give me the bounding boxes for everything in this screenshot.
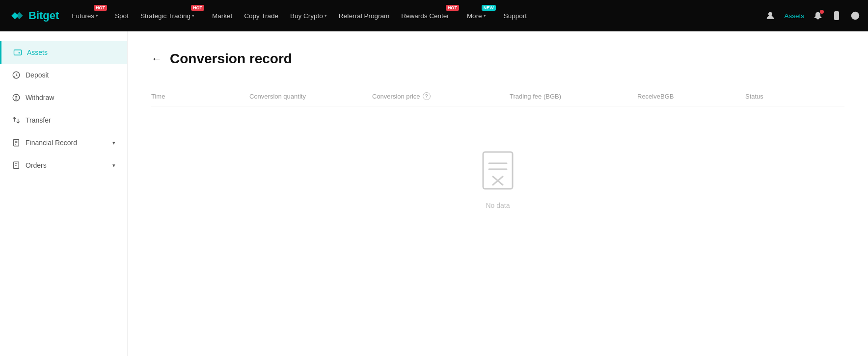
nav-market[interactable]: Market [207, 0, 237, 31]
svg-rect-5 [14, 50, 22, 55]
assets-link[interactable]: Assets [784, 12, 804, 20]
orders-chevron: ▾ [112, 162, 115, 169]
sidebar-item-deposit[interactable]: Deposit [0, 64, 127, 86]
svg-point-2 [836, 18, 837, 19]
nav-referral-program[interactable]: Referral Program [334, 0, 395, 31]
notification-dot [820, 10, 824, 14]
strategic-chevron: ▾ [192, 13, 194, 18]
sidebar-item-orders[interactable]: Orders ▾ [0, 154, 127, 177]
hot-badge-futures: HOT [94, 5, 107, 11]
deposit-icon [12, 71, 21, 79]
col-trading-fee: Trading fee (BGB) [510, 92, 637, 100]
wallet-icon [13, 48, 22, 57]
table-header: Time Conversion quantity Conversion pric… [151, 86, 844, 106]
nav-futures[interactable]: Futures HOT ▾ [67, 0, 108, 31]
nav-buy-crypto[interactable]: Buy Crypto ▾ [285, 0, 332, 31]
navbar: Bitget Futures HOT ▾ Spot Strategic Trad… [0, 0, 868, 31]
page-title: Conversion record [170, 51, 292, 67]
sidebar: Assets Deposit Withdraw [0, 31, 128, 356]
empty-state-text: No data [486, 202, 510, 209]
layout: Assets Deposit Withdraw [0, 31, 868, 356]
language-icon[interactable] [850, 11, 860, 21]
conversion-price-tooltip[interactable]: ? [423, 92, 431, 100]
col-conversion-quantity: Conversion quantity [249, 92, 372, 100]
sidebar-item-transfer[interactable]: Transfer [0, 109, 127, 131]
col-time: Time [151, 92, 249, 100]
nav-right: Assets [765, 11, 860, 21]
svg-point-0 [769, 12, 772, 16]
nav-spot[interactable]: Spot [110, 0, 134, 31]
empty-state-icon [478, 150, 517, 194]
nav-more[interactable]: More NEW ▾ [462, 0, 497, 31]
user-icon-button[interactable] [765, 11, 775, 21]
financial-record-icon [12, 138, 21, 147]
financial-record-chevron: ▾ [112, 140, 115, 146]
withdraw-icon [12, 93, 21, 102]
col-receive-bgb: ReceiveBGB [637, 92, 745, 100]
hot-badge-rewards: HOT [446, 5, 459, 11]
orders-icon [12, 161, 21, 170]
transfer-icon [12, 116, 21, 125]
new-badge-more: NEW [482, 5, 496, 11]
futures-chevron: ▾ [96, 13, 98, 18]
nav-support[interactable]: Support [499, 0, 532, 31]
notification-bell[interactable] [813, 11, 823, 21]
col-conversion-price: Conversion price ? [372, 92, 510, 100]
sidebar-item-assets[interactable]: Assets [0, 41, 127, 64]
buy-crypto-chevron: ▾ [325, 13, 327, 18]
more-chevron: ▾ [484, 13, 486, 18]
nav-strategic-trading[interactable]: Strategic Trading HOT ▾ [136, 0, 205, 31]
logo[interactable]: Bitget [8, 7, 59, 25]
hot-badge-strategic: HOT [191, 5, 204, 11]
svg-rect-15 [483, 152, 513, 189]
mobile-icon[interactable] [832, 11, 841, 21]
nav-rewards-center[interactable]: Rewards Center HOT [396, 0, 460, 31]
sidebar-item-withdraw[interactable]: Withdraw [0, 86, 127, 109]
sidebar-item-financial-record[interactable]: Financial Record ▾ [0, 131, 127, 154]
nav-copy-trade[interactable]: Copy Trade [239, 0, 283, 31]
back-button[interactable]: ← [151, 52, 162, 65]
empty-state: No data [151, 110, 844, 249]
col-status: Status [745, 92, 844, 100]
page-header: ← Conversion record [151, 51, 844, 67]
main-content: ← Conversion record Time Conversion quan… [128, 31, 868, 356]
